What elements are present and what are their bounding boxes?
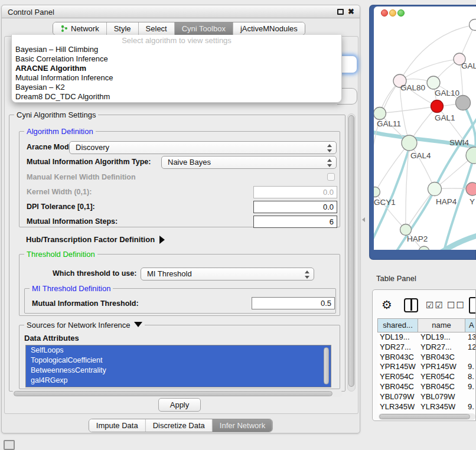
aracne-mode-select[interactable]: Discovery — [69, 141, 337, 154]
attribute-item-selected[interactable]: SelfLoops — [26, 345, 331, 356]
algorithm-option[interactable]: Basic Correlation Inference — [12, 54, 341, 64]
table-cell[interactable]: 9. — [468, 402, 474, 412]
network-view[interactable]: GAL GAL80 GAL10 GAL1 GAL11 SWI4 GAL4 GCY… — [374, 6, 476, 250]
list-scrollbar-thumb[interactable] — [324, 347, 329, 384]
new-table-icon[interactable] — [469, 297, 476, 314]
table-cell[interactable]: 12 — [468, 343, 476, 353]
algorithm-option[interactable]: Dream8 DC_TDC Algorithm — [12, 92, 341, 102]
network-node-hap4[interactable] — [428, 182, 442, 196]
select-all-checkboxes-icon[interactable]: ☑☑ — [426, 300, 444, 311]
table-cell[interactable]: YBL079W — [420, 392, 455, 402]
tab-cyni-toolbox[interactable]: Cyni Toolbox — [175, 22, 233, 35]
table-cell[interactable]: 9. — [468, 362, 474, 372]
float-window-icon[interactable] — [337, 9, 344, 15]
mi-threshold-field[interactable]: 0.5 — [252, 297, 335, 309]
column-header-shared-name[interactable]: shared... — [377, 318, 418, 332]
expand-right-icon[interactable] — [159, 236, 165, 244]
data-attributes-list[interactable]: SelfLoops TopologicalCoefficient Between… — [25, 345, 331, 387]
mi-type-select[interactable]: Naive Bayes — [161, 156, 337, 169]
algorithm-option-selected[interactable]: ARACNE Algorithm — [12, 64, 341, 73]
tab-select[interactable]: Select — [139, 22, 175, 35]
manual-kernel-checkbox[interactable] — [327, 173, 335, 181]
table-cell[interactable]: YBR045C — [380, 382, 414, 392]
table-cell[interactable]: 9. — [468, 382, 474, 392]
column-header-name[interactable]: name — [418, 318, 465, 332]
network-node-y[interactable] — [466, 182, 476, 195]
settings-hscrollbar-thumb[interactable] — [14, 391, 332, 396]
network-node[interactable] — [470, 19, 476, 31]
control-panel-titlebar[interactable]: Control Panel ✖ — [2, 5, 360, 18]
table-row[interactable]: YDL19... YDL19... 13 — [377, 332, 476, 343]
table-hscrollbar[interactable] — [379, 413, 475, 420]
attribute-item-selected[interactable]: BetweennessCentrality — [26, 366, 331, 376]
network-node-gcy1[interactable] — [374, 187, 380, 197]
network-node-gal4[interactable] — [402, 135, 417, 151]
deselect-all-checkboxes-icon[interactable]: ☐☐ — [447, 300, 465, 311]
attribute-item-selected[interactable]: gal4RGexp — [26, 376, 331, 386]
split-columns-icon[interactable] — [404, 298, 418, 312]
table-row[interactable]: YPR145W YPR145W 9. — [377, 362, 476, 372]
tab-style[interactable]: Style — [107, 22, 139, 35]
gear-icon[interactable]: ⚙ — [382, 299, 392, 311]
algorithm-option[interactable]: Bayesian – Hill Climbing — [12, 45, 341, 54]
table-hscrollbar-thumb[interactable] — [379, 414, 470, 419]
tab-impute-data[interactable]: Impute Data — [89, 419, 146, 432]
table-cell[interactable]: YER054C — [380, 372, 414, 382]
top-tab-bar: Network Style Select Cyni Toolbox jActiv… — [53, 22, 305, 35]
network-node-gal11[interactable] — [374, 107, 386, 120]
settings-vscrollbar[interactable] — [347, 113, 356, 392]
table-row[interactable]: YBR045C YBR045C 9. — [377, 382, 476, 392]
table-cell[interactable]: YBR043C — [420, 353, 455, 363]
aracne-mode-label: Aracne Mode: — [27, 143, 76, 151]
algorithm-definition-group: Algorithm Definition Aracne Mode: Discov… — [19, 131, 340, 227]
table-cell[interactable]: 8. — [468, 372, 474, 382]
dpi-tolerance-field[interactable]: 0.0 — [253, 201, 337, 213]
table-row[interactable]: YER054C YER054C 8. — [377, 372, 476, 382]
which-threshold-label: Which threshold to use: — [53, 269, 136, 278]
table-cell[interactable]: YDL19... — [380, 332, 410, 343]
sources-collapser[interactable]: Sources for Network Inference — [24, 321, 145, 330]
table-cell[interactable]: YBR043C — [380, 353, 414, 363]
algorithm-option[interactable]: Mutual Information Inference — [12, 73, 341, 83]
table-cell[interactable]: 13 — [468, 332, 476, 343]
network-node-hap2[interactable] — [400, 224, 412, 236]
table-row[interactable]: YDR27... YDR27... 12 — [377, 343, 476, 353]
table-cell[interactable]: YER054C — [420, 372, 455, 382]
tab-discretize-data[interactable]: Discretize Data — [146, 419, 213, 432]
table-row[interactable]: YBL079W YBL079W — [377, 392, 476, 402]
table-cell[interactable]: YDL19... — [420, 332, 451, 343]
kernel-width-field[interactable]: 0.0 — [253, 186, 337, 198]
table-cell[interactable]: YBL079W — [380, 392, 415, 402]
table-cell[interactable]: YBR045C — [420, 382, 455, 392]
table-row[interactable]: YLR345W YLR345W 9. — [377, 402, 476, 412]
network-canvas[interactable] — [374, 6, 476, 250]
network-node-gray[interactable] — [456, 96, 471, 110]
network-node-gal1[interactable] — [431, 100, 444, 113]
panel-resize-handle[interactable] — [362, 217, 365, 222]
apply-button[interactable]: Apply — [158, 398, 201, 412]
settings-hscrollbar[interactable] — [12, 390, 343, 397]
algorithm-option[interactable]: Bayesian – K2 — [12, 83, 341, 92]
table-row[interactable]: YBR043C YBR043C — [377, 353, 476, 363]
close-icon[interactable]: ✖ — [348, 7, 354, 16]
tab-infer-network[interactable]: Infer Network — [213, 419, 272, 432]
collapsed-panel-button[interactable] — [4, 440, 15, 450]
which-threshold-select[interactable]: MI Threshold — [141, 268, 314, 281]
collapse-down-icon[interactable] — [134, 322, 142, 327]
table-cell[interactable]: YLR345W — [420, 402, 455, 412]
mi-steps-field[interactable]: 6 — [253, 216, 337, 228]
network-node-gal10[interactable] — [427, 76, 440, 89]
tab-label: Cyni Toolbox — [182, 24, 226, 33]
hub-definition-expander[interactable]: Hub/Transcription Factor Definition — [26, 235, 165, 244]
attribute-item-selected[interactable]: TopologicalCoefficient — [26, 356, 331, 366]
table-cell[interactable]: YDR27... — [380, 343, 411, 353]
table-cell[interactable]: YDR27... — [420, 343, 452, 353]
table-cell[interactable]: YPR145W — [380, 362, 416, 372]
settings-vscrollbar-thumb[interactable] — [348, 115, 354, 387]
column-header-partial[interactable]: A — [465, 318, 476, 332]
table-body[interactable]: YDL19... YDL19... 13 YDR27... YDR27... 1… — [377, 332, 476, 413]
table-cell[interactable]: YPR145W — [420, 362, 457, 372]
tab-network[interactable]: Network — [53, 22, 107, 35]
table-cell[interactable]: YLR345W — [380, 402, 415, 412]
tab-jactivemnodules[interactable]: jActiveMNodules — [233, 22, 305, 35]
